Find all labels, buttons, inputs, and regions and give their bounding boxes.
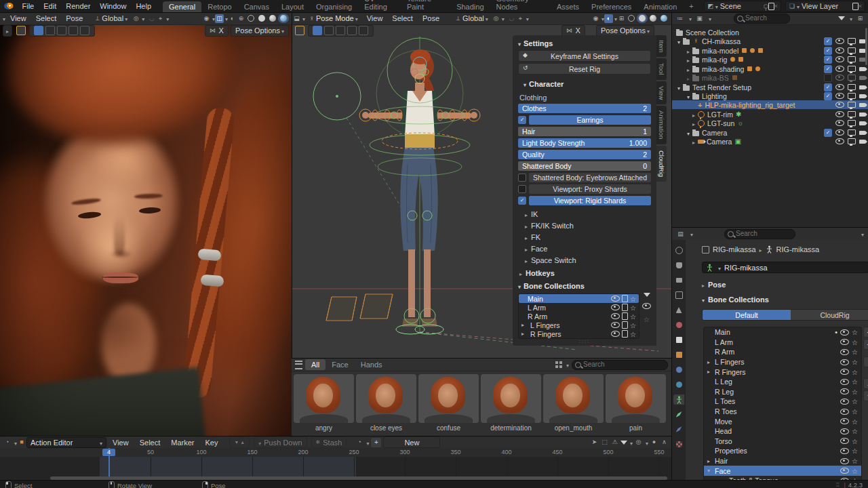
row-mika-rig[interactable]: mika-rig [672,55,868,64]
bone-collection-row[interactable]: ▸ L Fingers [704,357,861,367]
editor-type-chevron-icon[interactable] [301,14,305,22]
visibility-eye-icon[interactable] [840,359,849,365]
render-disable-icon[interactable] [859,121,865,125]
viewport-disable-icon[interactable] [848,138,856,144]
render-disable-icon[interactable] [859,94,865,98]
pose-panel-header[interactable]: Pose [702,281,868,289]
collection-filter-tab[interactable]: CloudRig [791,310,868,320]
expand-icon[interactable] [687,47,690,55]
bone-collection-row[interactable]: L Arm [519,303,639,312]
outliner-search-input[interactable] [745,14,787,22]
orientation-label[interactable]: Global [462,14,484,22]
bone-collection-row[interactable]: ▸ L Fingers [519,321,639,329]
hide-eye-icon[interactable] [835,84,844,90]
exclude-checkbox[interactable] [824,92,832,100]
properties-search[interactable] [724,229,795,239]
viewport-disable-icon[interactable] [848,102,856,108]
workspace-tab[interactable]: Geometry Nodes [490,0,551,12]
pose-menu[interactable]: Pose [61,14,87,22]
select-mode-invert-icon[interactable] [347,26,357,35]
viewport-disable-icon[interactable] [848,93,856,99]
render-disable-icon[interactable] [859,103,865,107]
favorite-star-icon[interactable] [852,427,858,435]
view-layer-selector[interactable]: ❏ View Layer × [785,1,865,12]
workspace-tab[interactable]: Layout [275,1,310,12]
keyframe-all-settings-button[interactable]: ◆Keyframe All Settings [518,50,651,62]
clothes-slider[interactable]: Clothes2 [518,104,651,113]
expand-icon[interactable] [687,92,690,100]
hide-eye-icon[interactable] [835,120,844,126]
select-menu[interactable]: Select [387,14,418,22]
hair-slider[interactable]: Hair1 [518,127,651,136]
eyebrows-attached-toggle[interactable]: Shattered Body: Eyebrows Attached [518,173,651,182]
viewport-disable-icon[interactable] [848,47,856,54]
render-disable-icon[interactable] [859,67,865,71]
shelf-menu-icon[interactable] [295,361,302,369]
snapping-icon[interactable]: ⌖ [516,14,525,23]
gizmos-icon[interactable]: ⊞ [617,14,626,23]
bone-collection-row[interactable]: Main • [704,327,861,338]
bone-collection-row[interactable]: L Toes [704,396,861,407]
tab-view-layer[interactable] [673,290,684,300]
orientation-dropdown-icon[interactable] [123,14,127,22]
render-disable-icon[interactable] [859,58,865,62]
shelf-tab[interactable]: All [305,359,326,370]
viewport-disable-icon[interactable] [848,84,856,90]
tab-object-data[interactable] [673,394,684,405]
hide-eye-icon[interactable] [835,111,844,117]
remove-collection-button[interactable]: − [863,339,868,350]
workspace-tab[interactable]: Assets [551,1,585,12]
earrings-button[interactable]: Earrings [529,115,651,125]
expand-icon[interactable] [687,74,690,82]
expand-icon[interactable] [677,37,680,45]
favorite-star-icon[interactable] [630,330,636,338]
expand-icon[interactable] [687,56,690,64]
row-lgt-rim[interactable]: LGT-rim ✱ [672,110,868,119]
favorite-star-icon[interactable] [852,437,858,445]
mirror-x-toggle[interactable]: ⋈ X [561,25,585,37]
collapsed-section-header[interactable]: Space Switch [518,254,651,266]
visibility-eye-icon[interactable] [611,322,620,328]
bone-collection-row[interactable]: Head [704,426,861,436]
pivot-dropdown-icon[interactable] [500,14,505,22]
visibility-eye-icon[interactable] [611,331,620,337]
filter-funnel-icon[interactable] [644,293,650,297]
workspace-tab[interactable]: Preferences [585,1,637,12]
visibility-eye-icon[interactable] [840,379,849,385]
solo-icon[interactable] [622,295,628,302]
menu-item[interactable]: Render [61,2,95,10]
hide-eye-icon[interactable] [835,56,844,62]
breadcrumb-data[interactable]: RIG-mikassa [776,245,820,253]
workspace-tab[interactable]: UV Editing [358,0,401,12]
select-mode-new-icon[interactable] [34,26,43,35]
visibility-eye-icon[interactable] [840,418,849,424]
outliner-search[interactable] [734,14,790,24]
expand-icon[interactable] [692,110,695,119]
rigid-shards-toggle[interactable]: Viewport: Rigid Shards [518,196,651,205]
row-mika-model[interactable]: mika-model [672,46,868,55]
pose-options-dropdown[interactable]: Pose Options [596,25,654,37]
rigid-shards-checkbox[interactable] [518,197,526,205]
tab-texture[interactable] [673,439,684,449]
editor-type-icon[interactable]: ⬓ [292,14,301,23]
render-disable-icon[interactable] [859,131,865,135]
snap-magnet-icon[interactable]: ◡ [507,14,516,23]
tab-output[interactable] [673,275,684,285]
snap-magnet-icon[interactable]: ◡ [147,14,156,23]
shading-wireframe-button[interactable] [626,14,637,23]
tab-constraints[interactable] [673,365,684,375]
visibility-eye-icon[interactable] [840,428,849,434]
shattered-body-slider[interactable]: Shattered Body0 [518,161,651,171]
tab-scene[interactable] [673,305,684,315]
tab-world[interactable] [673,320,684,330]
overlays-icon[interactable]: ◐ [228,14,237,23]
display-mode-chevron-icon[interactable] [688,14,692,22]
render-disable-icon[interactable] [859,39,865,43]
exclude-checkbox[interactable] [824,83,832,92]
collapsed-section-header[interactable]: Face [518,243,651,254]
tab-render[interactable] [673,260,684,270]
viewport-disable-icon[interactable] [848,120,856,126]
visibility-eye-icon[interactable] [840,388,849,394]
solo-icon[interactable] [622,330,628,338]
snapping-icon[interactable]: ⌖ [156,14,165,23]
